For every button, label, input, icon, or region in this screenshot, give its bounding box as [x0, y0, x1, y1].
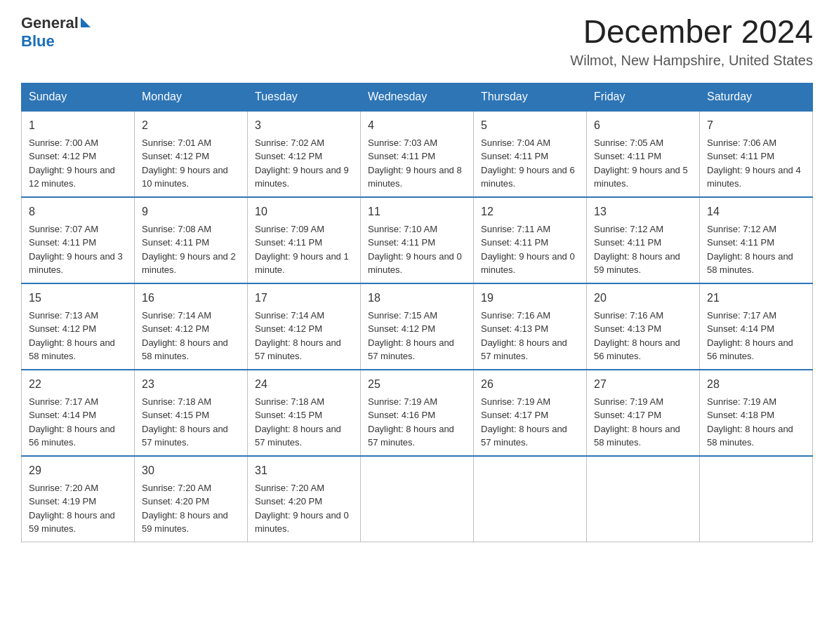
day-number: 7 [707, 117, 805, 134]
day-sunset: Sunset: 4:11 PM [594, 151, 661, 161]
day-sunrise: Sunrise: 7:17 AM [707, 310, 776, 321]
day-number: 13 [594, 203, 692, 220]
day-sunset: Sunset: 4:13 PM [594, 323, 661, 334]
calendar-day-cell: 20Sunrise: 7:16 AMSunset: 4:13 PMDayligh… [587, 283, 700, 370]
day-number: 14 [707, 203, 805, 220]
day-number: 25 [368, 376, 466, 393]
calendar-day-cell: 16Sunrise: 7:14 AMSunset: 4:12 PMDayligh… [135, 283, 248, 370]
day-daylight: Daylight: 8 hours and 58 minutes. [707, 424, 793, 448]
calendar-week-row: 29Sunrise: 7:20 AMSunset: 4:19 PMDayligh… [22, 456, 813, 542]
day-sunset: Sunset: 4:11 PM [368, 151, 435, 161]
day-number: 28 [707, 376, 805, 393]
calendar-week-row: 8Sunrise: 7:07 AMSunset: 4:11 PMDaylight… [22, 197, 813, 283]
calendar-day-cell: 23Sunrise: 7:18 AMSunset: 4:15 PMDayligh… [135, 370, 248, 456]
day-number: 29 [29, 462, 127, 479]
day-daylight: Daylight: 8 hours and 57 minutes. [368, 337, 454, 362]
calendar-day-cell: 21Sunrise: 7:17 AMSunset: 4:14 PMDayligh… [700, 283, 813, 370]
day-sunrise: Sunrise: 7:13 AM [29, 310, 98, 321]
day-number: 30 [142, 462, 240, 479]
day-sunset: Sunset: 4:12 PM [29, 151, 96, 161]
calendar-day-cell: 27Sunrise: 7:19 AMSunset: 4:17 PMDayligh… [587, 370, 700, 456]
day-sunset: Sunset: 4:14 PM [707, 323, 774, 334]
day-daylight: Daylight: 9 hours and 10 minutes. [142, 165, 228, 189]
calendar-day-cell: 7Sunrise: 7:06 AMSunset: 4:11 PMDaylight… [700, 111, 813, 197]
day-daylight: Daylight: 8 hours and 58 minutes. [594, 424, 680, 448]
day-daylight: Daylight: 8 hours and 57 minutes. [368, 424, 454, 448]
day-number: 8 [29, 203, 127, 220]
day-sunrise: Sunrise: 7:01 AM [142, 137, 211, 148]
day-number: 10 [255, 203, 353, 220]
day-number: 16 [142, 290, 240, 307]
day-sunrise: Sunrise: 7:12 AM [594, 224, 663, 234]
day-sunset: Sunset: 4:15 PM [142, 410, 209, 420]
calendar-subtitle: Wilmot, New Hampshire, United States [570, 53, 813, 69]
day-sunrise: Sunrise: 7:11 AM [481, 224, 550, 234]
day-daylight: Daylight: 9 hours and 4 minutes. [707, 165, 801, 189]
day-sunrise: Sunrise: 7:15 AM [368, 310, 437, 321]
calendar-week-row: 22Sunrise: 7:17 AMSunset: 4:14 PMDayligh… [22, 370, 813, 456]
day-number: 21 [707, 290, 805, 307]
calendar-day-cell: 1Sunrise: 7:00 AMSunset: 4:12 PMDaylight… [22, 111, 135, 197]
day-daylight: Daylight: 8 hours and 56 minutes. [29, 424, 115, 448]
day-sunrise: Sunrise: 7:20 AM [29, 483, 98, 493]
day-number: 22 [29, 376, 127, 393]
logo-general-text: General [21, 14, 79, 32]
calendar-day-cell: 18Sunrise: 7:15 AMSunset: 4:12 PMDayligh… [361, 283, 474, 370]
day-sunrise: Sunrise: 7:09 AM [255, 224, 324, 234]
day-sunrise: Sunrise: 7:12 AM [707, 224, 776, 234]
day-number: 26 [481, 376, 579, 393]
calendar-day-cell [700, 456, 813, 542]
day-sunset: Sunset: 4:11 PM [255, 237, 322, 248]
day-sunset: Sunset: 4:12 PM [368, 323, 435, 334]
day-sunset: Sunset: 4:12 PM [142, 151, 209, 161]
day-number: 4 [368, 117, 466, 134]
calendar-day-cell: 6Sunrise: 7:05 AMSunset: 4:11 PMDaylight… [587, 111, 700, 197]
calendar-day-cell: 25Sunrise: 7:19 AMSunset: 4:16 PMDayligh… [361, 370, 474, 456]
day-daylight: Daylight: 8 hours and 57 minutes. [481, 337, 567, 362]
calendar-day-cell: 22Sunrise: 7:17 AMSunset: 4:14 PMDayligh… [22, 370, 135, 456]
day-daylight: Daylight: 8 hours and 57 minutes. [255, 424, 341, 448]
day-number: 1 [29, 117, 127, 134]
day-sunrise: Sunrise: 7:18 AM [142, 396, 211, 407]
day-number: 9 [142, 203, 240, 220]
day-daylight: Daylight: 8 hours and 59 minutes. [142, 510, 228, 535]
day-sunrise: Sunrise: 7:08 AM [142, 224, 211, 234]
day-daylight: Daylight: 9 hours and 0 minutes. [481, 251, 575, 276]
calendar-day-cell: 17Sunrise: 7:14 AMSunset: 4:12 PMDayligh… [248, 283, 361, 370]
calendar-day-cell: 3Sunrise: 7:02 AMSunset: 4:12 PMDaylight… [248, 111, 361, 197]
day-of-week-header: Monday [135, 83, 248, 111]
day-sunset: Sunset: 4:11 PM [481, 151, 548, 161]
calendar-day-cell: 5Sunrise: 7:04 AMSunset: 4:11 PMDaylight… [474, 111, 587, 197]
calendar-day-cell: 14Sunrise: 7:12 AMSunset: 4:11 PMDayligh… [700, 197, 813, 283]
day-sunset: Sunset: 4:11 PM [481, 237, 548, 248]
day-number: 20 [594, 290, 692, 307]
calendar-day-cell: 8Sunrise: 7:07 AMSunset: 4:11 PMDaylight… [22, 197, 135, 283]
day-daylight: Daylight: 8 hours and 58 minutes. [142, 337, 228, 362]
day-sunset: Sunset: 4:20 PM [142, 496, 209, 507]
day-sunset: Sunset: 4:12 PM [255, 323, 322, 334]
day-number: 12 [481, 203, 579, 220]
day-sunrise: Sunrise: 7:18 AM [255, 396, 324, 407]
day-sunrise: Sunrise: 7:05 AM [594, 137, 663, 148]
day-daylight: Daylight: 9 hours and 1 minute. [255, 251, 349, 276]
logo: General Blue [21, 14, 91, 51]
day-daylight: Daylight: 9 hours and 0 minutes. [255, 510, 349, 535]
calendar-day-cell: 19Sunrise: 7:16 AMSunset: 4:13 PMDayligh… [474, 283, 587, 370]
calendar-day-cell: 26Sunrise: 7:19 AMSunset: 4:17 PMDayligh… [474, 370, 587, 456]
day-daylight: Daylight: 8 hours and 58 minutes. [29, 337, 115, 362]
day-daylight: Daylight: 9 hours and 2 minutes. [142, 251, 236, 276]
day-daylight: Daylight: 8 hours and 56 minutes. [594, 337, 680, 362]
day-sunset: Sunset: 4:11 PM [707, 237, 774, 248]
day-sunrise: Sunrise: 7:20 AM [142, 483, 211, 493]
day-sunset: Sunset: 4:11 PM [142, 237, 209, 248]
calendar-day-cell: 12Sunrise: 7:11 AMSunset: 4:11 PMDayligh… [474, 197, 587, 283]
calendar-table: SundayMondayTuesdayWednesdayThursdayFrid… [21, 83, 813, 542]
day-sunset: Sunset: 4:11 PM [29, 237, 96, 248]
calendar-day-cell: 24Sunrise: 7:18 AMSunset: 4:15 PMDayligh… [248, 370, 361, 456]
day-sunrise: Sunrise: 7:16 AM [481, 310, 550, 321]
calendar-day-cell: 31Sunrise: 7:20 AMSunset: 4:20 PMDayligh… [248, 456, 361, 542]
day-number: 15 [29, 290, 127, 307]
day-number: 19 [481, 290, 579, 307]
day-sunrise: Sunrise: 7:14 AM [255, 310, 324, 321]
day-daylight: Daylight: 9 hours and 5 minutes. [594, 165, 688, 189]
